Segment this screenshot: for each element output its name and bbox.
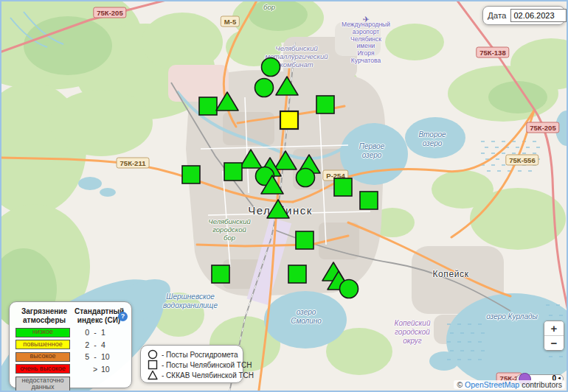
help-icon[interactable]: ?: [118, 312, 128, 321]
map-attribution: © OpenStreetMap contributors: [454, 380, 565, 389]
station-marker-square[interactable]: [296, 231, 314, 249]
date-label: Дата: [488, 11, 506, 20]
symbols-legend: - Посты Росгидромета - Посты Челябинской…: [140, 345, 243, 383]
station-marker-square[interactable]: [280, 111, 298, 129]
station-marker-square[interactable]: [224, 163, 242, 181]
zoom-in-button[interactable]: +: [544, 321, 564, 335]
station-marker-circle[interactable]: [255, 79, 274, 97]
station-marker-square[interactable]: [360, 192, 378, 209]
legend-chip-no-data: недостаточно данных: [15, 377, 70, 392]
legend-row-no-data: недостаточно данных: [15, 377, 125, 392]
station-marker-circle[interactable]: [297, 169, 315, 187]
station-marker-square[interactable]: [288, 265, 306, 283]
legend-row-tsn-posts: - Посты Челябинской ТСН: [148, 360, 236, 370]
si-range-value: 0: [77, 328, 89, 337]
station-marker-triangle[interactable]: [240, 150, 262, 168]
station-marker-triangle[interactable]: [276, 77, 298, 95]
station-marker-square[interactable]: [316, 96, 334, 113]
square-symbol-icon: [148, 360, 158, 370]
attribution-suffix: contributors: [522, 380, 562, 389]
zoom-out-button[interactable]: −: [544, 335, 564, 350]
station-marker-triangle[interactable]: [267, 200, 289, 218]
legend-row-high: высокое 5-10: [15, 352, 125, 362]
legend-row-low: низкое 0-1: [15, 328, 125, 337]
triangle-symbol-icon: [148, 370, 158, 380]
si-range-value: 2: [77, 340, 89, 349]
station-marker-triangle[interactable]: [216, 92, 238, 111]
zoom-control: + −: [544, 321, 564, 351]
legend-chip-high: высокое: [15, 352, 70, 362]
pollution-legend: Загрязнение атмосферы Стандартный индекс…: [9, 301, 132, 388]
station-marker-square[interactable]: [182, 166, 200, 183]
legend-row-very-high: очень высокое >10: [15, 364, 125, 374]
air-quality-map-app: ЧелябинскКопейскПервое озероВторое озеро…: [0, 0, 568, 392]
openstreetmap-link[interactable]: OpenStreetMap: [465, 380, 519, 389]
legend-row-elevated: повышенное 2-4: [15, 340, 125, 349]
legend-row-roshydromet: - Посты Росгидромета: [148, 349, 236, 360]
symbol-label: - Посты Челябинской ТСН: [162, 361, 252, 369]
symbol-label: - СККАВ Челябинской ТСН: [162, 371, 254, 379]
station-marker-circle[interactable]: [340, 280, 359, 298]
symbol-label: - Посты Росгидромета: [162, 351, 238, 359]
si-range-value: [77, 365, 89, 374]
station-marker-triangle[interactable]: [274, 151, 297, 169]
legend-chip-elevated: повышенное: [15, 340, 70, 349]
pollution-legend-title: Загрязнение атмосферы: [15, 307, 73, 325]
circle-symbol-icon: [148, 349, 158, 360]
station-marker-square[interactable]: [212, 265, 229, 283]
station-marker-square[interactable]: [199, 97, 217, 115]
legend-row-skkav: - СККАВ Челябинской ТСН: [148, 370, 236, 380]
station-marker-circle[interactable]: [262, 58, 280, 77]
date-input[interactable]: [510, 9, 567, 22]
si-range-value: 5: [77, 352, 89, 361]
station-marker-square[interactable]: [334, 178, 352, 196]
date-panel: Дата: [482, 6, 565, 25]
copyright-symbol: ©: [457, 380, 463, 389]
si-legend-title: Стандартный индекс (СИ): [75, 307, 123, 325]
legend-chip-low: низкое: [15, 328, 70, 337]
legend-chip-very-high: очень высокое: [15, 364, 70, 374]
